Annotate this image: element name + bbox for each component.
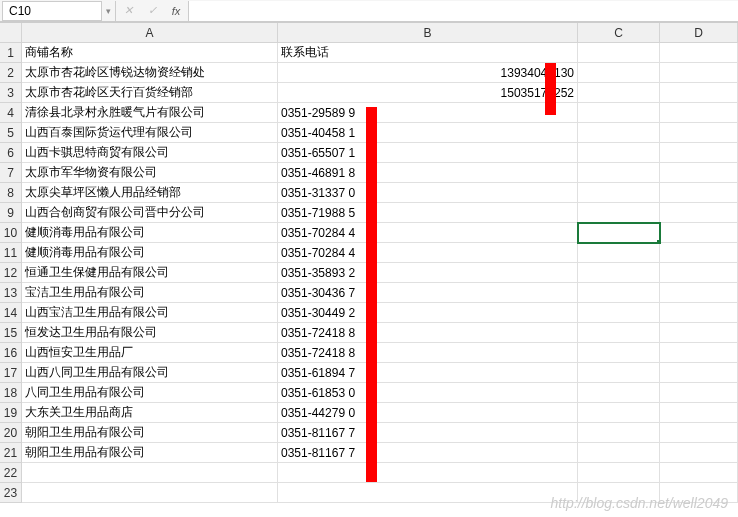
cell[interactable]: 0351-46891 8 [278,163,578,183]
cell[interactable]: 朝阳卫生用品有限公司 [22,423,278,443]
cell[interactable]: 0351-70284 4 [278,243,578,263]
row-header[interactable]: 19 [0,403,22,423]
cell[interactable]: 太原市杏花岭区博锐达物资经销处 [22,63,278,83]
row-header[interactable]: 1 [0,43,22,63]
cell[interactable] [278,483,578,503]
row-header[interactable]: 20 [0,423,22,443]
formula-input[interactable] [188,1,738,21]
cell[interactable]: 0351-61853 0 [278,383,578,403]
cell[interactable]: 大东关卫生用品商店 [22,403,278,423]
cell[interactable]: 0351-71988 5 [278,203,578,223]
row-header[interactable]: 18 [0,383,22,403]
cell[interactable] [22,483,278,503]
cell[interactable] [578,63,660,83]
name-box-dropdown[interactable]: ▾ [102,1,116,21]
cell[interactable] [578,43,660,63]
cell[interactable] [578,263,660,283]
cell[interactable]: 0351-44279 0 [278,403,578,423]
column-header-c[interactable]: C [578,23,660,43]
cell[interactable] [660,103,738,123]
cell[interactable] [660,123,738,143]
row-header[interactable]: 3 [0,83,22,103]
cell[interactable] [660,223,738,243]
row-header[interactable]: 2 [0,63,22,83]
cell[interactable]: 太原市杏花岭区天行百货经销部 [22,83,278,103]
cell[interactable]: 山西恒安卫生用品厂 [22,343,278,363]
cell[interactable]: 山西百泰国际货运代理有限公司 [22,123,278,143]
row-header[interactable]: 11 [0,243,22,263]
row-header[interactable]: 14 [0,303,22,323]
cell[interactable]: 山西卡骐思特商贸有限公司 [22,143,278,163]
cell[interactable] [660,43,738,63]
cell[interactable]: 清徐县北录村永胜暖气片有限公司 [22,103,278,123]
cell[interactable]: 0351-81167 7 [278,443,578,463]
cell[interactable]: 0351-70284 4 [278,223,578,243]
cell[interactable] [660,443,738,463]
column-header-d[interactable]: D [660,23,738,43]
row-header[interactable]: 15 [0,323,22,343]
cell[interactable]: 恒发达卫生用品有限公司 [22,323,278,343]
cell[interactable]: 0351-35893 2 [278,263,578,283]
row-header[interactable]: 12 [0,263,22,283]
cell[interactable] [578,363,660,383]
cell[interactable] [578,403,660,423]
row-header[interactable]: 8 [0,183,22,203]
cell[interactable] [660,463,738,483]
cell[interactable] [578,143,660,163]
cell[interactable] [578,463,660,483]
select-all-corner[interactable] [0,23,22,43]
cell[interactable] [660,323,738,343]
cell[interactable]: 0351-72418 8 [278,343,578,363]
cell[interactable]: 山西合创商贸有限公司晋中分公司 [22,203,278,223]
cell[interactable] [660,243,738,263]
cell[interactable]: 太原市军华物资有限公司 [22,163,278,183]
cancel-icon[interactable]: ✕ [116,1,140,21]
row-header[interactable]: 5 [0,123,22,143]
cell[interactable]: 八同卫生用品有限公司 [22,383,278,403]
row-header[interactable]: 10 [0,223,22,243]
cell[interactable] [578,183,660,203]
cell[interactable]: 太原尖草坪区懒人用品经销部 [22,183,278,203]
column-header-a[interactable]: A [22,23,278,43]
cell[interactable] [578,283,660,303]
cell[interactable] [660,143,738,163]
cell[interactable]: 商铺名称 [22,43,278,63]
cell[interactable] [660,263,738,283]
row-header[interactable]: 13 [0,283,22,303]
row-header[interactable]: 22 [0,463,22,483]
active-cell[interactable] [578,223,660,243]
cell[interactable]: 联系电话 [278,43,578,63]
column-header-b[interactable]: B [278,23,578,43]
cell[interactable]: 0351-31337 0 [278,183,578,203]
row-header[interactable]: 23 [0,483,22,503]
cell[interactable] [278,463,578,483]
cell[interactable] [660,63,738,83]
cell[interactable] [660,423,738,443]
cell[interactable]: 朝阳卫生用品有限公司 [22,443,278,463]
cell[interactable] [660,303,738,323]
name-box[interactable]: C10 [2,1,102,21]
cell[interactable]: 山西宝洁卫生用品有限公司 [22,303,278,323]
row-header[interactable]: 7 [0,163,22,183]
cell[interactable] [660,203,738,223]
cell[interactable]: 宝洁卫生用品有限公司 [22,283,278,303]
cell[interactable] [660,403,738,423]
cell[interactable]: 0351-61894 7 [278,363,578,383]
cell[interactable]: 0351-30449 2 [278,303,578,323]
cell[interactable] [22,463,278,483]
cell[interactable] [578,123,660,143]
row-header[interactable]: 9 [0,203,22,223]
cell[interactable] [578,423,660,443]
cell[interactable] [660,363,738,383]
cell[interactable] [660,283,738,303]
cell[interactable] [578,323,660,343]
cell[interactable] [660,383,738,403]
cell[interactable] [578,163,660,183]
row-header[interactable]: 4 [0,103,22,123]
cell[interactable] [578,303,660,323]
row-header[interactable]: 17 [0,363,22,383]
cell[interactable] [578,203,660,223]
cell[interactable] [578,103,660,123]
row-header[interactable]: 16 [0,343,22,363]
cell[interactable] [578,83,660,103]
